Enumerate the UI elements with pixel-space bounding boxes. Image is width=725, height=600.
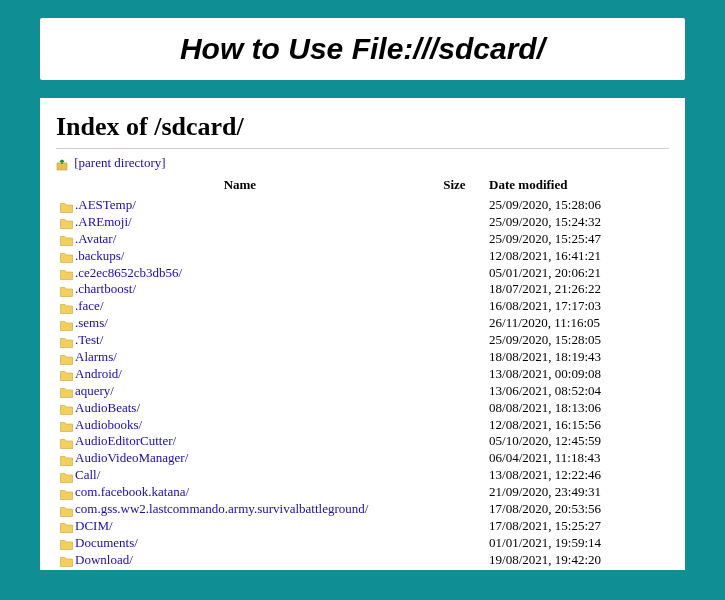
date-modified: 12/08/2021, 16:15:56 [485,417,669,434]
directory-link[interactable]: .ce2ec8652cb3db56/ [75,265,182,280]
directory-link[interactable]: AudioEditorCutter/ [75,433,176,448]
file-size [424,231,485,248]
file-size [424,400,485,417]
folder-icon [60,217,73,228]
directory-link[interactable]: Android/ [75,366,122,381]
directory-link[interactable]: .sems/ [75,315,108,330]
date-modified: 01/01/2021, 19:59:14 [485,535,669,552]
file-size [424,366,485,383]
file-size [424,417,485,434]
svg-rect-0 [57,163,67,170]
table-row: .chartboost/18/07/2021, 21:26:22 [56,281,669,298]
column-header-name[interactable]: Name [56,175,424,197]
index-heading: Index of /sdcard/ [56,112,669,142]
date-modified: 13/06/2021, 08:52:04 [485,383,669,400]
date-modified: 16/08/2021, 17:17:03 [485,298,669,315]
directory-link[interactable]: com.gss.ww2.lastcommando.army.survivalba… [75,501,368,516]
directory-link[interactable]: .Test/ [75,332,103,347]
parent-directory-link[interactable]: [parent directory] [74,155,165,170]
parent-directory-row[interactable]: [parent directory] [56,155,669,171]
table-row: com.gss.ww2.lastcommando.army.survivalba… [56,501,669,518]
directory-link[interactable]: Download/ [75,552,133,567]
table-row: .backups/12/08/2021, 16:41:21 [56,248,669,265]
date-modified: 17/08/2021, 15:25:27 [485,518,669,535]
date-modified: 21/09/2020, 23:49:31 [485,484,669,501]
table-row: .Test/25/09/2020, 15:28:05 [56,332,669,349]
table-row: aquery/13/06/2021, 08:52:04 [56,383,669,400]
file-size [424,518,485,535]
folder-icon [60,369,73,380]
directory-link[interactable]: .AESTemp/ [75,197,136,212]
divider [56,148,669,149]
directory-link[interactable]: .backups/ [75,248,124,263]
folder-icon [60,336,73,347]
folder-icon [60,521,73,532]
directory-link[interactable]: aquery/ [75,383,114,398]
folder-icon [60,251,73,262]
file-size [424,433,485,450]
directory-link[interactable]: com.facebook.katana/ [75,484,189,499]
date-modified: 25/09/2020, 15:28:05 [485,332,669,349]
folder-icon [60,201,73,212]
directory-link[interactable]: Audiobooks/ [75,417,142,432]
date-modified: 13/08/2021, 00:09:08 [485,366,669,383]
folder-icon [60,353,73,364]
folder-icon [60,437,73,448]
folder-icon [60,319,73,330]
date-modified: 18/07/2021, 21:26:22 [485,281,669,298]
file-size [424,552,485,569]
up-icon [56,158,69,171]
date-modified: 08/08/2021, 18:13:06 [485,400,669,417]
table-row: Alarms/18/08/2021, 18:19:43 [56,349,669,366]
table-row: Download/19/08/2021, 19:42:20 [56,552,669,569]
directory-link[interactable]: Call/ [75,467,100,482]
table-row: DCIM/17/08/2021, 15:25:27 [56,518,669,535]
table-row: .ce2ec8652cb3db56/05/01/2021, 20:06:21 [56,265,669,282]
file-size [424,450,485,467]
table-row: .face/16/08/2021, 17:17:03 [56,298,669,315]
directory-link[interactable]: .chartboost/ [75,281,136,296]
folder-icon [60,555,73,566]
file-size [424,214,485,231]
directory-link[interactable]: Alarms/ [75,349,117,364]
directory-link[interactable]: .Avatar/ [75,231,116,246]
directory-link[interactable]: Documents/ [75,535,138,550]
table-row: Audiobooks/12/08/2021, 16:15:56 [56,417,669,434]
folder-icon [60,488,73,499]
directory-listing-panel: Index of /sdcard/ [parent directory] Nam… [40,98,685,570]
column-header-date[interactable]: Date modified [485,175,669,197]
directory-link[interactable]: DCIM/ [75,518,113,533]
column-header-size[interactable]: Size [424,175,485,197]
table-row: .Avatar/25/09/2020, 15:25:47 [56,231,669,248]
directory-link[interactable]: .AREmoji/ [75,214,132,229]
folder-icon [60,454,73,465]
directory-link[interactable]: .face/ [75,298,104,313]
file-size [424,281,485,298]
folder-icon [60,538,73,549]
table-row: Call/13/08/2021, 12:22:46 [56,467,669,484]
folder-icon [60,420,73,431]
file-size [424,501,485,518]
file-table: Name Size Date modified .AESTemp/25/09/2… [56,175,669,569]
folder-icon [60,505,73,516]
file-size [424,248,485,265]
directory-link[interactable]: AudioVideoManager/ [75,450,188,465]
date-modified: 25/09/2020, 15:28:06 [485,197,669,214]
file-size [424,332,485,349]
file-size [424,467,485,484]
file-size [424,383,485,400]
table-row: .AESTemp/25/09/2020, 15:28:06 [56,197,669,214]
directory-link[interactable]: AudioBeats/ [75,400,140,415]
folder-icon [60,403,73,414]
table-row: .AREmoji/25/09/2020, 15:24:32 [56,214,669,231]
date-modified: 05/01/2021, 20:06:21 [485,265,669,282]
file-size [424,484,485,501]
title-card: How to Use File:///sdcard/ [40,18,685,80]
date-modified: 12/08/2021, 16:41:21 [485,248,669,265]
file-size [424,349,485,366]
date-modified: 25/09/2020, 15:24:32 [485,214,669,231]
file-size [424,535,485,552]
date-modified: 17/08/2020, 20:53:56 [485,501,669,518]
table-row: com.facebook.katana/21/09/2020, 23:49:31 [56,484,669,501]
folder-icon [60,386,73,397]
